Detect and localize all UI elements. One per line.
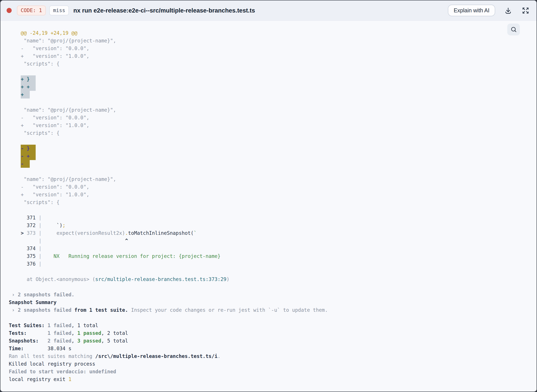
terminal-line: "name": "@proj/{project-name}", (9, 106, 530, 114)
terminal-segment: + } (21, 75, 36, 83)
terminal-segment: Snapshots: (9, 338, 48, 344)
terminal-segment: Ran all test suites matching (9, 353, 95, 359)
terminal-segment: NX Running release version for project: … (42, 253, 220, 259)
terminal-segment (9, 145, 21, 151)
terminal-line: 375 | NX Running release version for pro… (9, 252, 530, 260)
terminal-segment: Time: (9, 346, 48, 351)
terminal-segment: Snapshot Summary (9, 299, 57, 305)
terminal-line: + } (9, 75, 530, 83)
terminal-line (9, 68, 530, 75)
terminal-line: "name": "@proj/{project-name}", (9, 37, 530, 45)
terminal-line (9, 283, 530, 291)
terminal-line: + "version": "1.0.0", (9, 191, 530, 199)
terminal-line: Killed local registry process (9, 360, 530, 368)
terminal-line: 371 | (9, 214, 530, 222)
task-header: CODE: 1 miss nx run e2e-release:e2e-ci--… (0, 0, 537, 21)
terminal-segment: src/multiple-release-branches.test.ts:37… (95, 276, 227, 282)
terminal-line: + "version": "1.0.0", (9, 121, 530, 129)
terminal-segment: "name": "@proj/{project-name}", (9, 107, 116, 113)
terminal-segment: , 2 total (101, 330, 128, 336)
terminal-line: "scripts": { (9, 199, 530, 206)
failed-status-dot-icon (7, 8, 12, 13)
terminal-segment: "scripts": { (9, 61, 59, 67)
terminal-line: Time: 38.034 s (9, 345, 530, 352)
terminal-line (9, 168, 530, 175)
terminal-segment: + "version": "1.0.0", (9, 192, 89, 197)
terminal-segment: ) (227, 276, 229, 282)
download-log-button[interactable] (504, 7, 512, 14)
terminal-segment: from 1 test suite. (71, 307, 128, 313)
terminal-segment: ; (62, 223, 66, 228)
terminal-segment: expect(versionResult2x) (42, 230, 125, 236)
terminal-segment (9, 84, 21, 90)
terminal-line: 374 | (9, 245, 530, 252)
terminal-segment (9, 76, 21, 82)
explain-with-ai-button[interactable]: Explain with AI (448, 5, 495, 16)
terminal-segment: "name": "@proj/{project-name}", (9, 176, 116, 182)
terminal-segment: - "version": "0.0.0", (9, 115, 89, 121)
terminal-segment: + "version": "1.0.0", (9, 122, 89, 128)
terminal-line: › 2 snapshots failed from 1 test suite. … (9, 306, 530, 314)
terminal-line: local registry exit 1 (9, 376, 530, 383)
terminal-segment: ` (194, 230, 197, 236)
terminal-line: at Object.<anonymous> (src/multiple-rele… (9, 275, 530, 283)
terminal-output: @@ -24,19 +24,19 @@ "name": "@proj/{proj… (0, 21, 537, 392)
terminal-segment: › 2 snapshots failed. (9, 292, 74, 298)
terminal-segment (9, 161, 21, 167)
terminal-line: - "version": "0.0.0", (9, 183, 530, 191)
terminal-segment (9, 153, 21, 159)
terminal-line: "scripts": { (9, 129, 530, 137)
terminal-line: Ran all test suites matching /src\/multi… (9, 352, 530, 360)
terminal-line: "name": "@proj/{project-name}", (9, 175, 530, 183)
terminal-segment: 373 (27, 230, 36, 236)
terminal-line: Tests: 1 failed, 1 passed, 2 total (9, 329, 530, 337)
terminal-segment: Killed local registry process (9, 361, 95, 367)
terminal-segment: - (21, 160, 30, 168)
terminal-line: Failed to start verdaccio: undefined (9, 368, 530, 376)
terminal-line: + (9, 91, 530, 98)
terminal-line: - "version": "0.0.0", (9, 114, 530, 121)
terminal-line (9, 137, 530, 145)
terminal-line: 376 | (9, 260, 530, 268)
terminal-segment: 376 (9, 261, 36, 267)
terminal-segment: 2 failed (48, 338, 71, 344)
exit-code-badge: CODE: 1 (17, 5, 46, 15)
terminal-segment: | (36, 261, 42, 267)
terminal-segment: . (125, 230, 128, 236)
terminal-segment: 1 failed (48, 330, 71, 336)
terminal-segment: , 5 total (101, 338, 128, 344)
terminal-segment: 38.034 s (48, 346, 71, 351)
terminal-line: 372 | `); (9, 222, 530, 229)
terminal-segment: , (71, 330, 77, 336)
terminal-segment: | (36, 246, 42, 251)
terminal-segment: , (71, 338, 77, 344)
terminal-segment: - + (21, 152, 36, 160)
terminal-line: Snapshots: 2 failed, 3 passed, 5 total (9, 337, 530, 345)
search-icon (510, 26, 517, 33)
terminal-segment: + (21, 91, 30, 98)
terminal-line: + + (9, 83, 530, 91)
terminal-segment: › 2 snapshots failed (9, 307, 71, 313)
terminal-line: - "version": "0.0.0", (9, 45, 530, 52)
terminal-segment: + "version": "1.0.0", (9, 53, 89, 59)
terminal-segment: 371 (9, 215, 36, 220)
terminal-line: "scripts": { (9, 60, 530, 68)
terminal-line (9, 268, 530, 275)
terminal-segment: 372 (9, 223, 36, 228)
terminal-segment: | (36, 215, 42, 220)
terminal-segment: | (36, 230, 42, 236)
terminal-segment: - } (21, 145, 36, 152)
expand-icon (522, 7, 529, 14)
fullscreen-button[interactable] (522, 7, 529, 14)
search-log-button[interactable] (507, 23, 520, 35)
terminal-segment: 375 (9, 253, 36, 259)
terminal-segment: 1 failed (48, 322, 71, 328)
terminal-line: - + (9, 152, 530, 160)
terminal-segment: 1 (68, 376, 71, 382)
terminal-segment: "scripts": { (9, 130, 59, 136)
terminal-segment: - "version": "0.0.0", (9, 184, 89, 190)
terminal-segment: - "version": "0.0.0", (9, 46, 89, 51)
terminal-line (9, 206, 530, 214)
terminal-line (9, 314, 530, 322)
terminal-line: - } (9, 145, 530, 152)
